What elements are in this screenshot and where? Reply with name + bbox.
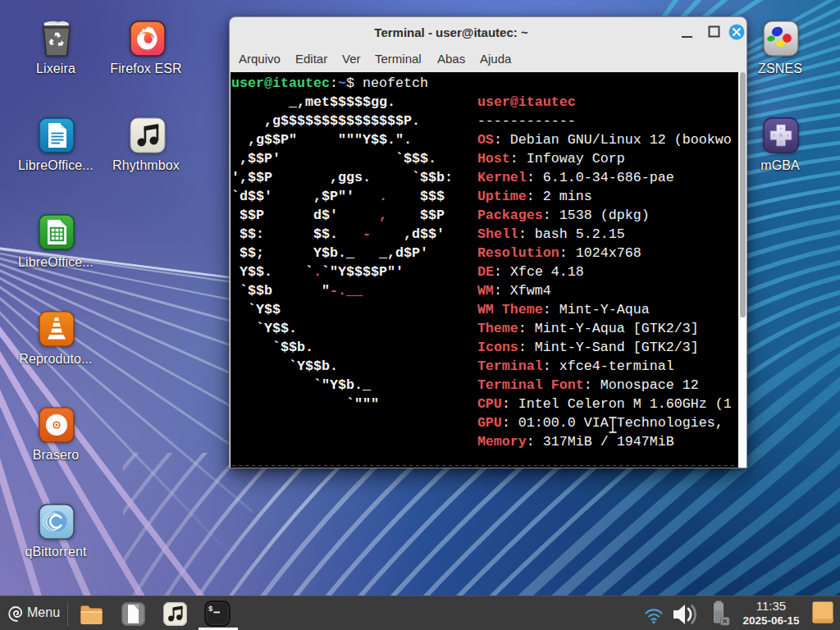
- svg-text:$: $: [208, 605, 213, 614]
